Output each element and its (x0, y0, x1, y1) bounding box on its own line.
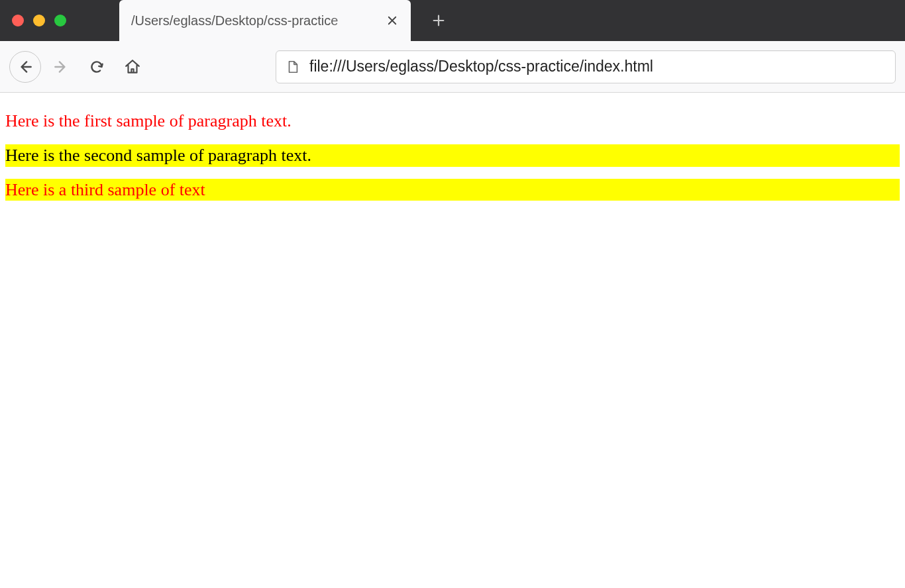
reload-icon (88, 58, 105, 75)
new-tab-button[interactable] (425, 7, 452, 34)
plus-icon (431, 13, 446, 28)
forward-button[interactable] (45, 51, 77, 83)
window-minimize-button[interactable] (33, 15, 45, 26)
paragraph-3: Here is a third sample of text (5, 179, 900, 201)
tab-title: /Users/eglass/Desktop/css-practice (131, 13, 380, 28)
back-button[interactable] (9, 51, 41, 83)
home-button[interactable] (117, 51, 148, 83)
browser-toolbar: file:///Users/eglass/Desktop/css-practic… (0, 41, 905, 93)
paragraph-1: Here is the first sample of paragraph te… (5, 110, 900, 132)
document-icon (286, 60, 300, 74)
url-text: file:///Users/eglass/Desktop/css-practic… (309, 58, 886, 75)
arrow-right-icon (52, 58, 70, 75)
address-bar[interactable]: file:///Users/eglass/Desktop/css-practic… (276, 50, 896, 83)
page-content: Here is the first sample of paragraph te… (0, 93, 905, 218)
home-icon (124, 58, 141, 75)
close-icon (386, 15, 398, 26)
reload-button[interactable] (81, 51, 113, 83)
arrow-left-icon (17, 58, 34, 75)
window-close-button[interactable] (12, 15, 24, 26)
window-titlebar: /Users/eglass/Desktop/css-practice (0, 0, 905, 41)
window-maximize-button[interactable] (54, 15, 66, 26)
browser-tab[interactable]: /Users/eglass/Desktop/css-practice (119, 0, 411, 41)
paragraph-2: Here is the second sample of paragraph t… (5, 144, 900, 167)
window-controls (12, 15, 66, 26)
close-tab-button[interactable] (384, 13, 400, 28)
page-icon (286, 60, 300, 74)
